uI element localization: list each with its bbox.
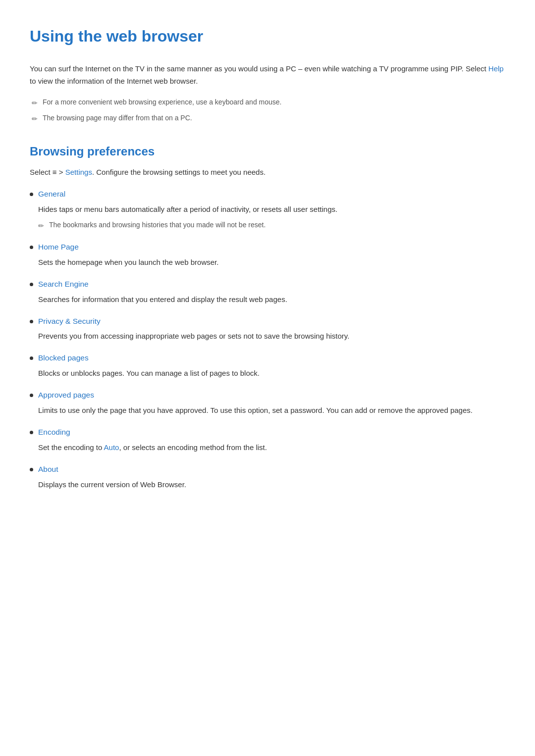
menu-item-about: About Displays the current version of We… [30, 463, 505, 491]
bullet-privacy-security [30, 320, 33, 323]
menu-item-blocked-pages: Blocked pages Blocks or unblocks pages. … [30, 352, 505, 379]
sub-note-general-text: The bookmarks and browsing histories tha… [49, 219, 266, 230]
menu-item-about-header: About [30, 463, 505, 476]
menu-item-general-header: General [30, 188, 505, 201]
bullet-search-engine [30, 283, 33, 286]
intro-text-before-link: You can surf the Internet on the TV in t… [30, 64, 488, 73]
menu-item-blocked-pages-header: Blocked pages [30, 352, 505, 364]
pencil-icon-1: ✏ [32, 98, 38, 108]
menu-item-encoding-title[interactable]: Encoding [38, 426, 70, 439]
menu-item-approved-pages-header: Approved pages [30, 389, 505, 402]
menu-item-privacy-security-desc: Prevents you from accessing inappropriat… [30, 330, 505, 342]
menu-item-search-engine: Search Engine Searches for information t… [30, 278, 505, 305]
menu-item-about-desc: Displays the current version of Web Brow… [30, 479, 505, 491]
menu-item-homepage-header: Home Page [30, 241, 505, 253]
intro-after: . Configure the browsing settings to mee… [92, 168, 266, 176]
menu-item-general-desc: Hides taps or menu bars automatically af… [30, 203, 505, 215]
pencil-icon-general: ✏ [38, 220, 44, 231]
menu-item-homepage-desc: Sets the homepage when you launch the we… [30, 256, 505, 268]
menu-item-approved-pages-title[interactable]: Approved pages [38, 389, 94, 402]
bullet-approved-pages [30, 394, 33, 397]
pencil-icon-2: ✏ [32, 113, 38, 124]
intro-text-after-link: to view the information of the Internet … [30, 77, 198, 85]
note-text-1: For a more convenient web browsing exper… [43, 97, 282, 107]
menu-item-about-title[interactable]: About [38, 463, 58, 476]
menu-item-privacy-security: Privacy & Security Prevents you from acc… [30, 315, 505, 343]
menu-item-general-title[interactable]: General [38, 188, 65, 201]
menu-item-privacy-security-title[interactable]: Privacy & Security [38, 315, 101, 328]
menu-item-search-engine-desc: Searches for information that you entere… [30, 294, 505, 305]
auto-link[interactable]: Auto [104, 443, 119, 452]
note-text-2: The browsing page may differ from that o… [43, 112, 192, 123]
menu-item-blocked-pages-title[interactable]: Blocked pages [38, 352, 89, 364]
note-item-1: ✏ For a more convenient web browsing exp… [30, 97, 505, 108]
menu-item-homepage: Home Page Sets the homepage when you lau… [30, 241, 505, 268]
browsing-preferences-intro: Select ≡ > Settings. Configure the brows… [30, 166, 505, 178]
menu-item-privacy-security-header: Privacy & Security [30, 315, 505, 328]
bullet-blocked-pages [30, 356, 33, 360]
intro-paragraph: You can surf the Internet on the TV in t… [30, 63, 505, 88]
settings-link[interactable]: Settings [65, 168, 92, 176]
intro-icon: ≡ > [53, 168, 63, 176]
bullet-encoding [30, 431, 33, 434]
menu-item-search-engine-title[interactable]: Search Engine [38, 278, 89, 291]
bullet-about [30, 468, 33, 471]
page-title: Using the web browser [30, 24, 505, 49]
menu-item-encoding-desc: Set the encoding to Auto, or selects an … [30, 442, 505, 454]
menu-item-encoding-header: Encoding [30, 426, 505, 439]
menu-item-general: General Hides taps or menu bars automati… [30, 188, 505, 231]
menu-item-approved-pages: Approved pages Limits to use only the pa… [30, 389, 505, 416]
browsing-preferences-title: Browsing preferences [30, 142, 505, 161]
menu-item-search-engine-header: Search Engine [30, 278, 505, 291]
note-item-2: ✏ The browsing page may differ from that… [30, 112, 505, 124]
menu-item-approved-pages-desc: Limits to use only the page that you hav… [30, 404, 505, 416]
sub-note-general: ✏ The bookmarks and browsing histories t… [30, 219, 505, 231]
menu-item-blocked-pages-desc: Blocks or unblocks pages. You can manage… [30, 367, 505, 379]
menu-item-encoding: Encoding Set the encoding to Auto, or se… [30, 426, 505, 454]
intro-before-link: Select [30, 168, 53, 176]
menu-list: General Hides taps or menu bars automati… [30, 188, 505, 491]
browsing-preferences-section: Browsing preferences Select ≡ > Settings… [30, 142, 505, 490]
encoding-desc-after-link: , or selects an encoding method from the… [119, 443, 267, 452]
menu-item-homepage-title[interactable]: Home Page [38, 241, 79, 253]
bullet-homepage [30, 246, 33, 249]
help-link[interactable]: Help [488, 64, 504, 73]
bullet-general [30, 193, 33, 196]
encoding-desc-before-link: Set the encoding to [38, 443, 104, 452]
